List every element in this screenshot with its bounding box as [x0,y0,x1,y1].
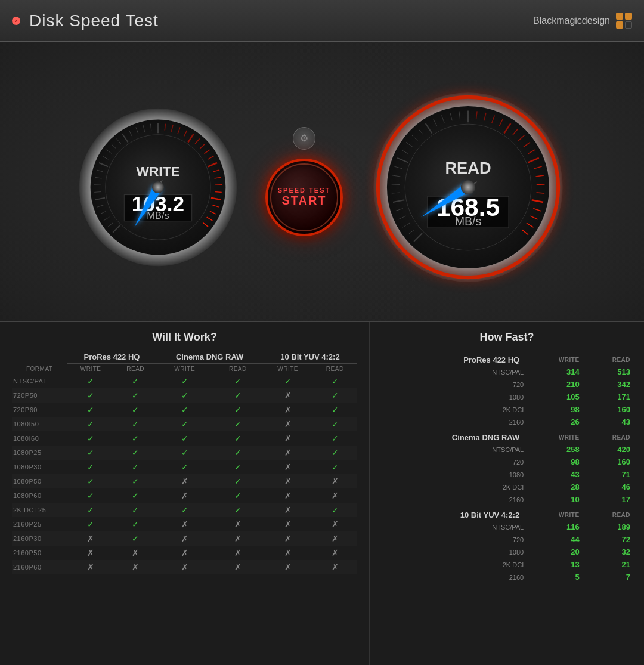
check-cell: ✓ [312,503,357,517]
check-cell: ✓ [114,531,157,546]
resolution-cell: 720 [379,378,528,391]
read-sub-1: READ [114,364,157,375]
check-cell: ✓ [312,431,357,446]
will-it-work-table-body: NTSC/PAL✓✓✓✓✓✓720p50✓✓✓✓✗✓720p60✓✓✓✓✗✓10… [12,374,357,574]
check-cell: ✓ [157,446,213,460]
check-cell: ✓ [114,488,157,503]
resolution-cell: 2K DCI [379,403,528,416]
table-row: 2K DCI98160 [379,403,635,416]
codec-label: 10 Bit YUV 4:2:2 [379,506,528,521]
checkmark-icon: ✓ [181,462,188,472]
start-label: START [281,194,326,208]
check-cell: ✓ [67,460,114,474]
format-cell: 2160p30 [12,531,67,546]
checkmark-icon: ✓ [181,434,188,443]
brand-dot-1 [616,13,623,20]
check-cell: ✓ [213,388,263,403]
check-cell: ✓ [312,374,357,388]
check-cell: ✓ [157,417,213,431]
read-value-cell: 513 [584,366,635,378]
checkmark-icon: ✓ [284,376,292,386]
check-cell: ✗ [312,474,357,488]
cross-icon: ✗ [87,548,94,558]
check-cell: ✓ [114,431,157,446]
check-cell: ✗ [263,431,313,446]
table-row: 2K DCI 25✓✓✓✓✗✓ [12,503,357,517]
check-cell: ✗ [263,460,313,474]
check-cell: ✓ [114,474,157,488]
cross-icon: ✗ [284,505,292,515]
cross-icon: ✗ [332,491,339,500]
write-col-header: WRITE [528,428,584,443]
resolution-cell: 720 [379,533,528,546]
check-cell: ✗ [114,546,157,560]
will-it-work-section: Will It Work? ProRes 422 HQ Cinema DNG R… [0,322,370,665]
check-cell: ✓ [114,503,157,517]
table-row: 1080p30✓✓✓✓✗✓ [12,460,357,474]
close-button[interactable]: × [12,17,20,25]
table-row: NTSC/PAL314513 [379,366,635,378]
cross-icon: ✗ [132,548,139,558]
table-row: 2160p50✗✗✗✗✗✗ [12,546,357,560]
table-row: 2160p25✓✓✗✗✗✗ [12,517,357,531]
check-cell: ✗ [67,546,114,560]
how-fast-table-body: ProRes 422 HQWRITEREADNTSC/PAL3145137202… [379,351,635,583]
checkmark-icon: ✓ [332,448,339,457]
check-cell: ✓ [312,417,357,431]
resolution-cell: 2160 [379,493,528,506]
read-col-header: READ [584,428,635,443]
table-row: 720p60✓✓✓✓✗✓ [12,403,357,417]
checkmark-icon: ✓ [332,505,339,515]
check-cell: ✗ [157,488,213,503]
table-row: 1080i60✓✓✓✓✗✓ [12,431,357,446]
format-cell: NTSC/PAL [12,374,67,388]
checkmark-icon: ✓ [132,434,139,443]
table-row: 720p50✓✓✓✓✗✓ [12,388,357,403]
check-cell: ✗ [312,546,357,560]
check-cell: ✗ [263,531,313,546]
checkmark-icon: ✓ [332,434,339,443]
format-cell: 1080p30 [12,460,67,474]
format-cell: 1080i50 [12,417,67,431]
check-cell: ✓ [67,388,114,403]
cross-icon: ✗ [284,477,292,486]
table-row: 1080p60✓✓✗✓✗✗ [12,488,357,503]
check-cell: ✓ [312,403,357,417]
checkmark-icon: ✓ [87,477,94,486]
format-cell: 720p50 [12,388,67,403]
read-value-cell: 189 [584,521,635,533]
write-value-cell: 258 [528,443,584,456]
format-cell: 1080p60 [12,488,67,503]
check-cell: ✓ [67,503,114,517]
check-cell: ✗ [263,488,313,503]
resolution-cell: 1080 [379,546,528,558]
check-cell: ✗ [157,531,213,546]
start-button[interactable]: SPEED TEST START [265,159,343,236]
check-cell: ✗ [263,546,313,560]
write-value-cell: 28 [528,481,584,493]
check-cell: ✗ [213,517,263,531]
check-cell: ✗ [263,560,313,574]
checkmark-icon: ✓ [87,519,94,529]
format-cell: 2160p25 [12,517,67,531]
write-value-cell: 98 [528,403,584,416]
check-cell: ✗ [312,560,357,574]
write-value-cell: 314 [528,366,584,378]
settings-button[interactable]: ⚙ [293,127,315,150]
checkmark-icon: ✓ [87,405,94,415]
write-value-cell: 98 [528,456,584,468]
checkmark-icon: ✓ [87,491,94,500]
cross-icon: ✗ [284,419,292,429]
start-button-container: ⚙ SPEED TEST START [265,127,343,236]
checkmark-icon: ✓ [132,477,139,486]
write-col-header: WRITE [528,351,584,366]
check-cell: ✗ [263,403,313,417]
resolution-cell: NTSC/PAL [379,521,528,533]
checkmark-icon: ✓ [132,391,139,400]
format-cell: 1080p25 [12,446,67,460]
table-row: 1080p50✓✓✗✓✗✗ [12,474,357,488]
checkmark-icon: ✓ [87,376,94,386]
check-cell: ✓ [114,403,157,417]
resolution-cell: 2160 [379,571,528,583]
read-col-header: READ [584,351,635,366]
